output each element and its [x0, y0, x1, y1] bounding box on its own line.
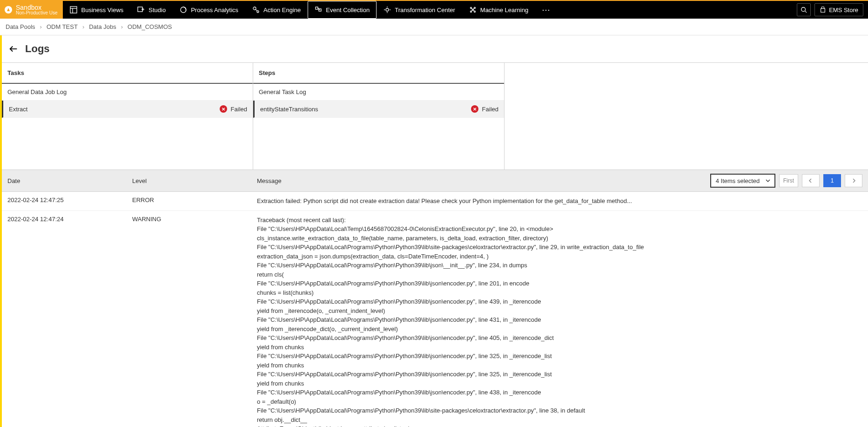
nav-more-button[interactable]: ⋯: [535, 5, 558, 15]
task-status: ✕ Failed: [220, 105, 247, 113]
nav-action-engine[interactable]: Action Engine: [245, 1, 308, 19]
page-title: Logs: [25, 43, 50, 55]
chevron-right-icon: ›: [40, 23, 42, 30]
status-text: Failed: [231, 106, 247, 113]
ml-icon: [469, 6, 477, 14]
search-button[interactable]: [797, 3, 811, 16]
chevron-right-icon: ›: [82, 23, 84, 30]
step-label: entityStateTransitions: [260, 106, 318, 113]
nav-label: Event Collection: [326, 7, 370, 14]
nav-process-analytics[interactable]: Process Analytics: [173, 1, 245, 19]
nav-studio[interactable]: Studio: [130, 1, 173, 19]
nav-transformation-center[interactable]: Transformation Center: [377, 1, 462, 19]
task-row-general[interactable]: General Data Job Log: [2, 84, 253, 101]
step-label: General Task Log: [259, 88, 306, 95]
breadcrumb: Data Pools › ODM TEST › Data Jobs › ODM_…: [0, 19, 868, 35]
main-nav: Business Views Studio Process Analytics …: [63, 1, 797, 19]
status-text: Failed: [482, 106, 498, 113]
step-row-entity-state[interactable]: entityStateTransitions ✕ Failed: [253, 101, 504, 118]
col-header-date: Date: [7, 177, 132, 184]
svg-line-25: [473, 8, 474, 9]
pagination-prev-button[interactable]: [802, 174, 820, 187]
ems-store-button[interactable]: EMS Store: [814, 3, 863, 16]
task-label: General Data Job Log: [7, 88, 67, 95]
brand-logo-icon: [4, 5, 13, 14]
nav-event-collection[interactable]: Event Collection: [308, 1, 377, 19]
svg-line-27: [473, 10, 474, 11]
log-level: WARNING: [132, 216, 257, 223]
pagination-next-button[interactable]: [845, 174, 862, 187]
level-filter-select[interactable]: 4 Items selected: [710, 174, 775, 188]
analytics-icon: [180, 6, 187, 14]
pagination-first-button[interactable]: First: [779, 174, 798, 187]
error-icon: ✕: [471, 105, 478, 113]
crumb-data-pools[interactable]: Data Pools: [6, 23, 35, 30]
chevron-left-icon: [808, 178, 813, 183]
search-icon: [801, 7, 807, 13]
brand-subtitle: Non-Productive Use: [16, 11, 57, 15]
svg-point-14: [386, 8, 389, 11]
step-status: ✕ Failed: [471, 105, 498, 113]
log-message: Traceback (most recent call last): File …: [257, 216, 862, 427]
crumb-odm-test[interactable]: ODM TEST: [47, 23, 78, 30]
nav-label: Machine Learning: [480, 7, 528, 14]
svg-line-24: [471, 8, 472, 9]
step-row-general[interactable]: General Task Log: [253, 84, 504, 101]
nav-label: Transformation Center: [395, 7, 455, 14]
log-level: ERROR: [132, 197, 257, 203]
svg-point-28: [801, 7, 806, 12]
back-button[interactable]: [8, 44, 19, 54]
task-row-extract[interactable]: Extract ✕ Failed: [2, 101, 253, 118]
panels-region: Tasks General Data Job Log Extract ✕ Fai…: [2, 62, 868, 169]
nav-label: Business Views: [81, 7, 123, 14]
nav-business-views[interactable]: Business Views: [63, 1, 130, 19]
chevron-right-icon: [851, 178, 856, 183]
transformation-icon: [384, 6, 391, 14]
log-table-header: Date Level Message 4 Items selected Firs…: [2, 169, 868, 192]
nav-machine-learning[interactable]: Machine Learning: [462, 1, 535, 19]
nav-label: Studio: [148, 7, 166, 14]
select-value: 4 Items selected: [716, 177, 760, 184]
ems-store-label: EMS Store: [829, 7, 858, 14]
steps-panel: Steps General Task Log entityStateTransi…: [253, 63, 505, 169]
brand-block[interactable]: Sandbox Non-Productive Use: [0, 1, 63, 19]
tasks-panel: Tasks General Data Job Log Extract ✕ Fai…: [2, 63, 253, 169]
crumb-data-jobs[interactable]: Data Jobs: [89, 23, 116, 30]
svg-rect-11: [316, 7, 318, 9]
pagination-page-1[interactable]: 1: [823, 174, 841, 187]
crumb-odm-cosmos[interactable]: ODM_COSMOS: [128, 23, 172, 30]
store-icon: [820, 7, 826, 13]
task-label: Extract: [9, 106, 27, 113]
svg-line-10: [256, 9, 257, 11]
add-panel-icon: [137, 6, 145, 14]
svg-line-29: [805, 11, 807, 13]
col-header-level: Level: [132, 177, 257, 184]
log-row: 2022-02-24 12:47:25 ERROR Extraction fai…: [2, 192, 868, 211]
svg-rect-1: [70, 7, 77, 13]
svg-point-9: [257, 11, 259, 13]
svg-rect-30: [821, 8, 825, 12]
action-icon: [252, 6, 260, 14]
nav-label: Process Analytics: [191, 7, 238, 14]
log-date: 2022-02-24 12:47:25: [7, 197, 132, 203]
tasks-panel-header: Tasks: [2, 63, 253, 84]
page-header: Logs: [2, 35, 868, 62]
svg-line-26: [471, 10, 472, 11]
top-navbar: Sandbox Non-Productive Use Business View…: [0, 0, 868, 19]
chevron-right-icon: ›: [121, 23, 123, 30]
col-header-message: Message: [257, 177, 710, 184]
error-icon: ✕: [220, 105, 227, 113]
brand-title: Sandbox: [16, 4, 57, 11]
nav-label: Action Engine: [263, 7, 301, 14]
log-message: Extraction failed: Python script did not…: [257, 197, 862, 206]
log-row: 2022-02-24 12:47:24 WARNING Traceback (m…: [2, 211, 868, 427]
dashboard-icon: [70, 6, 77, 14]
chevron-down-icon: [765, 178, 771, 183]
steps-panel-header: Steps: [253, 63, 504, 84]
log-date: 2022-02-24 12:47:24: [7, 216, 132, 223]
event-collection-icon: [315, 6, 322, 14]
log-table-body: 2022-02-24 12:47:25 ERROR Extraction fai…: [2, 192, 868, 427]
